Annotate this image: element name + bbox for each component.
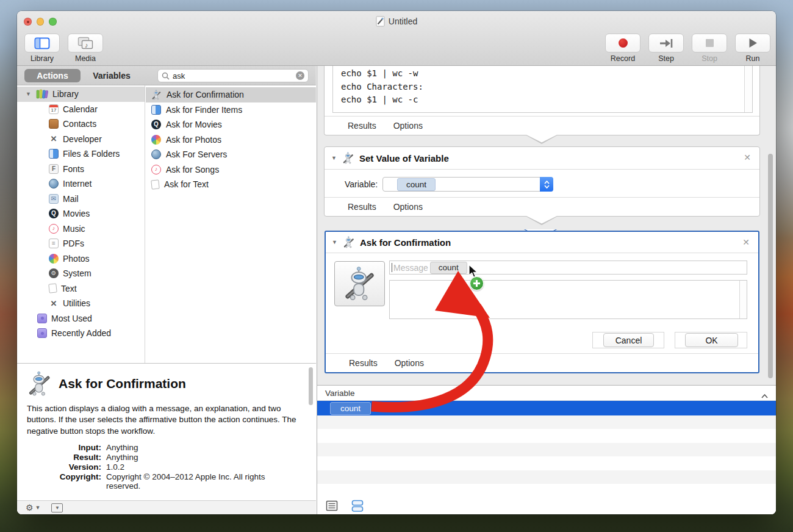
close-action-icon[interactable]: ✕ (742, 237, 750, 247)
count-variable-token[interactable]: count (330, 402, 371, 415)
photos-icon (49, 254, 59, 264)
action-row-ask-for-photos[interactable]: Ask for Photos (146, 132, 316, 148)
photos-icon (151, 135, 161, 145)
explanation-text-area[interactable] (389, 280, 747, 319)
sidebar-item-system[interactable]: ⚙System (17, 266, 145, 281)
sidebar-item-text[interactable]: Text (17, 281, 145, 297)
step-button[interactable] (648, 34, 684, 52)
search-input[interactable] (173, 71, 296, 81)
action-row-ask-for-confirmation[interactable]: Ask for Confirmation (146, 87, 316, 102)
disclosure-triangle-icon[interactable]: ▼ (332, 239, 338, 245)
search-icon (162, 72, 170, 80)
utilities-icon: ✕ (49, 298, 59, 308)
sidebar-item-internet[interactable]: Internet (17, 176, 145, 192)
sidebar-item-most-used[interactable]: Most Used (17, 311, 145, 326)
clear-search-icon[interactable]: ✕ (296, 71, 304, 80)
record-button[interactable] (605, 34, 640, 52)
meta-label: Version: (27, 462, 101, 472)
variable-pane-footer (317, 497, 776, 514)
sidebar-item-movies[interactable]: QMovies (17, 206, 145, 221)
code-scrollbar[interactable] (744, 66, 752, 112)
description-panel-toggle[interactable]: ▼ (51, 503, 63, 512)
gear-icon: ⚙ (26, 503, 34, 512)
text-area-scrollbar[interactable] (739, 281, 747, 318)
sidebar-item-developer[interactable]: ✕Developer (17, 132, 145, 147)
workflow-scrollbar[interactable] (768, 154, 773, 378)
code-line: echo $1 | wc -c (341, 93, 752, 107)
list-view-icon[interactable] (326, 500, 338, 511)
action-row-ask-for-servers[interactable]: Ask For Servers (146, 147, 316, 162)
stop-icon (706, 39, 714, 47)
shell-script-code[interactable]: echo $1 | wc -w echo Characters: echo $1… (332, 66, 753, 113)
sidebar-item-contacts[interactable]: Contacts (17, 117, 145, 132)
sidebar-item-label: Movies (63, 209, 90, 218)
sidebar-item-mail[interactable]: ✉Mail (17, 192, 145, 207)
sidebar-item-fonts[interactable]: FFonts (17, 162, 145, 177)
globe-icon (151, 149, 161, 159)
sidebar-item-pdfs[interactable]: ≡PDFs (17, 236, 145, 251)
variable-pane-header[interactable]: Variable (317, 385, 776, 401)
message-field[interactable]: Message count (389, 261, 747, 275)
count-variable-token[interactable]: count (430, 262, 467, 274)
action-row-ask-for-songs[interactable]: ♪Ask for Songs (146, 162, 316, 178)
sidebar-item-recently-added[interactable]: Recently Added (17, 326, 145, 341)
music-icon: ♪ (151, 165, 161, 174)
library-books-icon (36, 89, 48, 99)
cancel-label-cell[interactable]: Cancel (592, 332, 664, 348)
ask-for-confirmation-action[interactable]: ▼ Ask for Confirmation ✕ Message count (325, 231, 759, 373)
close-action-icon[interactable]: ✕ (744, 153, 751, 162)
set-value-of-variable-action[interactable]: ▼ Set Value of Variable ✕ Variable: coun… (324, 146, 760, 217)
variable-dropdown[interactable]: count (382, 177, 553, 192)
results-link[interactable]: Results (349, 358, 378, 368)
disclosure-triangle-icon[interactable]: ▼ (26, 91, 32, 97)
action-row-ask-for-movies[interactable]: QAsk for Movies (146, 117, 316, 132)
search-field[interactable]: ✕ (157, 69, 309, 82)
action-menu-button[interactable]: ⚙ ▼ (26, 503, 40, 512)
results-link[interactable]: Results (348, 121, 376, 131)
stop-button-label: Stop (702, 54, 717, 63)
action-title: Ask for Confirmation (360, 237, 451, 248)
developer-icon: ✕ (49, 134, 59, 144)
library-button[interactable] (24, 34, 60, 52)
ok-button[interactable]: OK (685, 333, 738, 347)
action-title: Set Value of Variable (359, 153, 449, 164)
collapse-chevron-icon[interactable] (761, 391, 768, 400)
fonts-icon: F (49, 164, 59, 174)
ok-label-cell[interactable]: OK (675, 332, 747, 348)
description-scrollbar[interactable] (309, 367, 313, 405)
sidebar-item-label: Most Used (51, 314, 92, 323)
text-page-icon (151, 179, 159, 189)
document-icon (376, 16, 385, 27)
drag-copy-plus-icon (470, 276, 484, 290)
robot-icon (151, 90, 162, 100)
variable-token[interactable]: count (397, 178, 436, 191)
results-link[interactable]: Results (348, 202, 376, 212)
variable-row-count[interactable]: count (317, 401, 776, 415)
tab-actions[interactable]: Actions (24, 69, 81, 82)
meta-label: Copyright: (27, 472, 101, 491)
run-shell-script-action[interactable]: echo $1 | wc -w echo Characters: echo $1… (324, 66, 760, 135)
sidebar-item-calendar[interactable]: 17Calendar (17, 102, 145, 117)
sidebar-item-utilities[interactable]: ✕Utilities (17, 296, 145, 311)
tab-variables[interactable]: Variables (86, 71, 137, 81)
action-row-label: Ask for Finder Items (166, 105, 242, 115)
chevron-down-icon: ▼ (35, 505, 41, 511)
options-link[interactable]: Options (393, 121, 423, 131)
sidebar-item-music[interactable]: ♪Music (17, 221, 145, 237)
workflow-pane: echo $1 | wc -w echo Characters: echo $1… (317, 66, 776, 514)
cancel-button[interactable]: Cancel (603, 333, 654, 347)
sidebar-item-photos[interactable]: Photos (17, 251, 145, 267)
action-row-ask-for-finder-items[interactable]: Ask for Finder Items (146, 102, 316, 118)
action-row-ask-for-text[interactable]: Ask for Text (146, 177, 316, 192)
sidebar-item-files-folders[interactable]: Files & Folders (17, 146, 145, 162)
options-link[interactable]: Options (393, 202, 423, 212)
disclosure-triangle-icon[interactable]: ▼ (331, 155, 337, 161)
workflow-view-icon[interactable] (351, 499, 364, 512)
run-button[interactable] (735, 34, 770, 52)
options-link[interactable]: Options (395, 358, 424, 368)
smart-folder-icon (37, 314, 47, 323)
media-button[interactable]: ♪ (68, 34, 103, 52)
dropdown-stepper-icon[interactable] (540, 177, 553, 192)
music-icon: ♪ (49, 224, 59, 234)
sidebar-item-library[interactable]: ▼ Library (17, 87, 145, 102)
